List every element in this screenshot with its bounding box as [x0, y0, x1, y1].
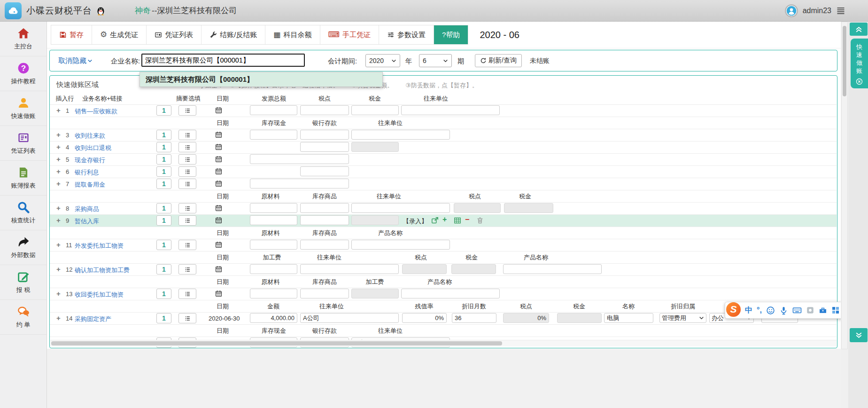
insert-row-button[interactable]: +: [56, 106, 61, 114]
business-link[interactable]: 收回委托加工物资: [75, 290, 124, 299]
field-input[interactable]: [351, 130, 450, 140]
microphone-icon[interactable]: [779, 306, 788, 315]
vertical-scrollbar-thumb[interactable]: [843, 26, 846, 96]
field-input[interactable]: [300, 240, 349, 250]
field-input[interactable]: [250, 313, 297, 323]
summary-button[interactable]: [178, 313, 196, 323]
field-input[interactable]: [402, 313, 447, 323]
business-link[interactable]: 收到出口退税: [75, 144, 111, 152]
insert-row-button[interactable]: +: [56, 290, 61, 298]
summary-button[interactable]: [178, 154, 196, 165]
horizontal-scrollbar[interactable]: [50, 340, 837, 346]
summary-button[interactable]: [178, 166, 196, 177]
field-input[interactable]: [250, 264, 297, 274]
field-input[interactable]: [401, 105, 500, 115]
entry-count-box[interactable]: 1: [156, 179, 171, 189]
business-link[interactable]: 收到往来款: [75, 132, 105, 140]
scroll-to-bottom-button[interactable]: [850, 328, 868, 342]
summary-button[interactable]: [178, 215, 196, 226]
toolbar-button-2[interactable]: ⚙生成凭证: [92, 25, 147, 44]
entry-link[interactable]: 【录入】: [403, 217, 427, 226]
sidebar-item-tax-report[interactable]: 报 税: [0, 265, 46, 300]
summary-button[interactable]: [178, 105, 196, 116]
year-select[interactable]: 2020: [365, 54, 400, 67]
trash-icon[interactable]: [476, 217, 484, 224]
sidebar-item-voucher-list[interactable]: 凭证列表: [0, 126, 46, 161]
grid-blue-icon[interactable]: [831, 306, 840, 314]
calendar-icon[interactable]: [215, 107, 222, 114]
refresh-query-button[interactable]: 刷新/查询: [475, 54, 522, 67]
insert-row-button[interactable]: +: [56, 131, 61, 139]
calendar-icon[interactable]: [215, 241, 222, 248]
toolbar-button-6[interactable]: ⌨手工凭证: [320, 25, 380, 44]
field-input[interactable]: [250, 203, 297, 213]
field-input[interactable]: [300, 264, 399, 274]
insert-row-button[interactable]: +: [56, 204, 61, 212]
plus-icon[interactable]: +: [442, 215, 447, 224]
keyboard-blue-icon[interactable]: [792, 306, 802, 315]
entry-count-box[interactable]: 1: [156, 264, 171, 275]
external-link-icon[interactable]: [431, 217, 439, 224]
calendar-icon[interactable]: [215, 217, 222, 224]
month-select[interactable]: 6: [419, 54, 452, 67]
insert-row-button[interactable]: +: [56, 143, 61, 151]
entry-count-box[interactable]: 1: [156, 215, 171, 226]
calendar-icon[interactable]: [215, 156, 222, 163]
field-input[interactable]: [250, 240, 297, 250]
summary-button[interactable]: [178, 142, 196, 152]
toolbar-button-1[interactable]: 暂存: [51, 25, 92, 44]
insert-row-button[interactable]: +: [56, 155, 61, 163]
punctuation-icon[interactable]: °,: [757, 306, 762, 314]
calendar-icon[interactable]: [215, 204, 222, 212]
hamburger-menu-icon[interactable]: [836, 6, 845, 16]
minus-icon[interactable]: −: [465, 215, 469, 224]
field-input[interactable]: [300, 313, 399, 323]
field-input[interactable]: [503, 264, 602, 274]
entry-count-box[interactable]: 1: [156, 240, 171, 250]
date-text[interactable]: 2020-06-30: [209, 315, 240, 322]
field-input[interactable]: [300, 215, 349, 225]
field-select[interactable]: 管理费用: [659, 313, 706, 323]
sidebar-item-tutorial[interactable]: ?操作教程: [0, 56, 46, 91]
summary-button[interactable]: [178, 179, 196, 189]
field-input[interactable]: [300, 203, 349, 213]
smiley-icon[interactable]: [766, 306, 775, 315]
insert-row-button[interactable]: +: [56, 180, 61, 188]
sidebar-item-order[interactable]: 约 单: [0, 300, 46, 335]
entry-count-box[interactable]: 1: [156, 154, 171, 165]
entry-count-box[interactable]: 1: [156, 313, 171, 323]
summary-button[interactable]: [178, 130, 196, 140]
field-input[interactable]: [401, 289, 500, 298]
insert-row-button[interactable]: +: [56, 265, 61, 273]
toolbar-button-8[interactable]: ?帮助: [434, 25, 468, 44]
summary-button[interactable]: [178, 289, 196, 299]
vertical-scrollbar[interactable]: [841, 22, 848, 349]
close-circle-icon[interactable]: [856, 78, 863, 85]
zh-mode-icon[interactable]: 中: [745, 306, 752, 315]
sidebar-item-console[interactable]: 主控台: [0, 22, 46, 56]
field-input[interactable]: [250, 215, 297, 225]
field-input[interactable]: [604, 313, 653, 323]
business-link[interactable]: 外发委托加工物资: [75, 242, 124, 250]
business-link[interactable]: 销售—应收账款: [75, 107, 117, 116]
business-link[interactable]: 现金存银行: [75, 156, 105, 165]
field-input[interactable]: [300, 130, 349, 140]
app-gray-icon[interactable]: [806, 306, 814, 314]
field-input[interactable]: [351, 240, 450, 250]
quick-account-side-tab[interactable]: 快速做账: [851, 39, 868, 88]
entry-count-box[interactable]: 1: [156, 203, 171, 213]
entry-count-box[interactable]: 1: [156, 130, 171, 140]
calendar-icon[interactable]: [215, 180, 222, 187]
business-link[interactable]: 确认加工物资加工费: [75, 266, 130, 275]
entry-count-box[interactable]: 1: [156, 142, 171, 152]
field-input[interactable]: [351, 105, 399, 115]
field-input[interactable]: [250, 130, 297, 140]
business-link[interactable]: 采购固定资产: [75, 315, 111, 323]
sidebar-item-ledger-report[interactable]: 账簿报表: [0, 161, 46, 196]
field-input[interactable]: [300, 166, 349, 176]
qq-penguin-icon[interactable]: [96, 6, 106, 16]
business-link[interactable]: 采购商品: [75, 205, 99, 213]
horizontal-scrollbar-thumb[interactable]: [51, 341, 502, 345]
company-suggestion-dropdown[interactable]: 深圳兰芝科技有限公司【000001】: [140, 72, 383, 87]
table-grid-icon[interactable]: [454, 217, 461, 224]
